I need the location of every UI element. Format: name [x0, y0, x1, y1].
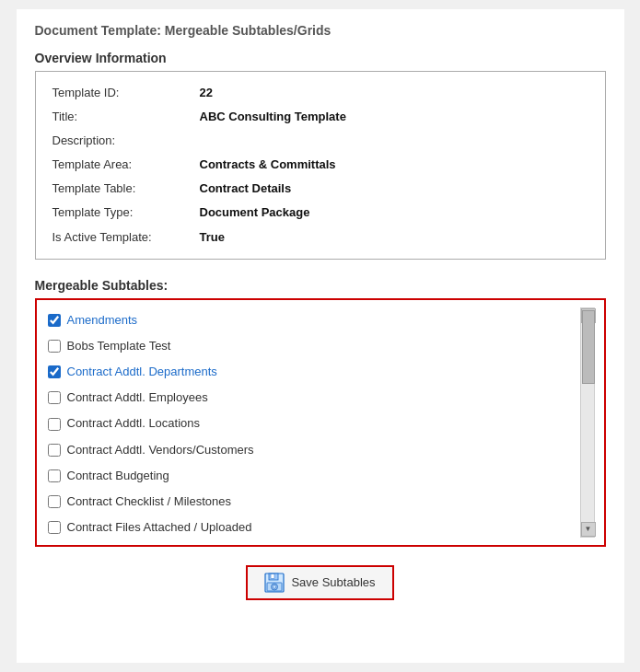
overview-table: Template ID:22Title:ABC Consulting Templ…	[49, 81, 592, 249]
subtable-label-contract-checklist: Contract Checklist / Milestones	[67, 493, 231, 510]
scrollbar-thumb[interactable]	[582, 310, 595, 384]
overview-field-value: True	[196, 226, 592, 249]
subtable-item-contract-budgeting[interactable]: Contract Budgeting	[46, 463, 576, 489]
overview-field-label: Template Area:	[49, 153, 196, 177]
subtable-checkbox-contract-addtl-employees[interactable]	[48, 391, 61, 404]
overview-field-label: Description:	[49, 129, 196, 153]
subtable-item-contract-addtl-departments[interactable]: Contract Addtl. Departments	[46, 359, 576, 385]
overview-field-value: ABC Consulting Template	[196, 105, 592, 129]
subtable-checkbox-contract-addtl-locations[interactable]	[48, 418, 61, 431]
subtable-checkbox-contract-addtl-departments[interactable]	[48, 365, 61, 378]
overview-row: Template Type:Document Package	[49, 201, 592, 225]
subtable-checkbox-amendments[interactable]	[48, 314, 61, 327]
subtable-item-contract-addtl-employees[interactable]: Contract Addtl. Employees	[46, 385, 576, 411]
scrollbar[interactable]: ▲ ▼	[580, 307, 595, 538]
overview-field-value: 22	[196, 81, 592, 105]
overview-row: Template Table:Contract Details	[49, 177, 592, 201]
subtables-list[interactable]: AmendmentsBobs Template TestContract Add…	[46, 307, 580, 538]
subtable-checkbox-contract-addtl-vendors[interactable]	[48, 444, 61, 457]
overview-field-label: Title:	[49, 105, 196, 129]
overview-section-header: Overview Information	[35, 51, 606, 65]
subtable-item-contract-checklist[interactable]: Contract Checklist / Milestones	[46, 489, 576, 515]
subtable-item-bobs-template-test[interactable]: Bobs Template Test	[46, 333, 576, 359]
overview-row: Template Area:Contracts & Committals	[49, 153, 592, 177]
overview-field-label: Template ID:	[49, 81, 196, 105]
overview-field-value	[196, 129, 592, 153]
subtable-item-amendments[interactable]: Amendments	[46, 307, 576, 333]
subtables-section: Mergeable Subtables: AmendmentsBobs Temp…	[35, 278, 606, 547]
svg-point-5	[273, 585, 277, 588]
subtable-checkbox-contract-checklist[interactable]	[48, 495, 61, 508]
subtable-checkbox-contract-budgeting[interactable]	[48, 469, 61, 482]
overview-field-label: Template Table:	[49, 177, 196, 201]
scrollbar-arrow-down[interactable]: ▼	[581, 522, 596, 537]
subtable-item-contract-addtl-vendors[interactable]: Contract Addtl. Vendors/Customers	[46, 437, 576, 463]
subtable-checkbox-bobs-template-test[interactable]	[48, 340, 61, 353]
overview-box: Template ID:22Title:ABC Consulting Templ…	[35, 71, 606, 260]
overview-row: Template ID:22	[49, 81, 592, 105]
overview-field-label: Is Active Template:	[49, 226, 196, 249]
overview-field-value: Document Package	[196, 201, 592, 225]
subtable-checkbox-contract-files[interactable]	[48, 521, 61, 534]
subtable-label-contract-addtl-departments: Contract Addtl. Departments	[67, 364, 217, 380]
subtable-label-contract-files: Contract Files Attached / Uploaded	[67, 519, 252, 536]
overview-field-value: Contract Details	[196, 177, 592, 201]
subtables-box: AmendmentsBobs Template TestContract Add…	[35, 298, 606, 547]
overview-row: Description:	[49, 129, 592, 153]
svg-rect-2	[271, 574, 274, 578]
overview-row: Is Active Template:True	[49, 226, 592, 249]
overview-row: Title:ABC Consulting Template	[49, 105, 592, 129]
overview-field-value: Contracts & Committals	[196, 153, 592, 177]
subtable-label-contract-addtl-locations: Contract Addtl. Locations	[67, 415, 201, 432]
subtable-label-contract-addtl-employees: Contract Addtl. Employees	[67, 389, 208, 406]
subtables-section-header: Mergeable Subtables:	[35, 278, 606, 293]
save-subtables-button[interactable]: Save Subtables	[246, 565, 393, 600]
subtable-label-amendments: Amendments	[67, 312, 138, 329]
save-button-label: Save Subtables	[291, 575, 375, 589]
subtable-label-contract-addtl-vendors: Contract Addtl. Vendors/Customers	[67, 442, 254, 458]
page-title: Document Template: Mergeable Subtables/G…	[35, 23, 606, 38]
save-button-container: Save Subtables	[35, 565, 606, 600]
overview-field-label: Template Type:	[49, 201, 196, 225]
subtable-item-contract-addtl-locations[interactable]: Contract Addtl. Locations	[46, 411, 576, 436]
subtable-label-contract-budgeting: Contract Budgeting	[67, 468, 169, 484]
save-icon	[264, 573, 285, 593]
subtable-label-bobs-template-test: Bobs Template Test	[67, 338, 171, 354]
subtable-item-contract-files[interactable]: Contract Files Attached / Uploaded	[46, 515, 576, 538]
